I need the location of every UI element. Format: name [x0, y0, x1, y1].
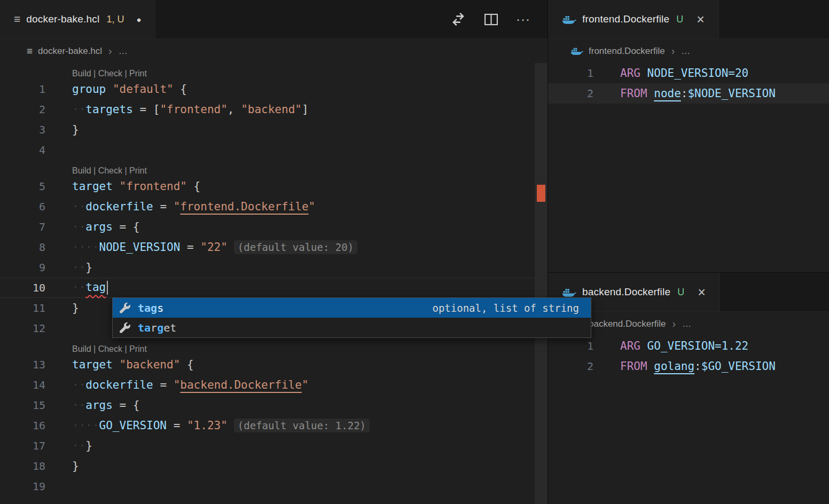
breadcrumb-file[interactable]: docker-bake.hcl — [38, 46, 102, 57]
code-line[interactable]: 18} — [0, 456, 535, 476]
code-line[interactable]: 14··dockerfile = "backend.Dockerfile" — [0, 375, 535, 395]
line-number[interactable]: 7 — [0, 220, 45, 233]
code-token: = { — [113, 220, 140, 233]
close-icon[interactable]: × — [697, 13, 705, 26]
code-line[interactable]: 5target "frontend" { — [0, 176, 535, 196]
line-number[interactable]: 2 — [548, 87, 593, 100]
code-content: ····NODE_VERSION = "22"(default value: 2… — [45, 241, 357, 254]
code-token: ARG — [620, 67, 640, 80]
code-line[interactable]: 2FROM golang:$GO_VERSION — [548, 356, 829, 376]
breadcrumb-frontend[interactable]: frontend.Dockerfile › … — [548, 39, 829, 63]
line-number[interactable]: 13 — [0, 358, 45, 371]
line-number[interactable]: 2 — [548, 360, 593, 373]
file-link[interactable]: backend.Dockerfile — [180, 379, 302, 391]
code-token: = — [153, 200, 174, 213]
wrench-icon — [119, 302, 131, 314]
line-number[interactable]: 18 — [0, 460, 45, 472]
tab-docker-bake-hcl[interactable]: ≡ docker-bake.hcl 1, U ● — [0, 0, 155, 38]
tab-title: frontend.Dockerfile — [582, 13, 669, 25]
code-token: args — [85, 220, 113, 233]
code-line[interactable]: 13target "backend" { — [0, 355, 535, 375]
line-number[interactable]: 16 — [0, 419, 45, 432]
line-number[interactable]: 3 — [0, 123, 45, 136]
code-line[interactable]: 10··tag — [0, 278, 535, 298]
code-content: ··} — [45, 439, 92, 452]
suggestion-label: target — [138, 321, 176, 334]
code-line[interactable]: 4 — [0, 140, 535, 160]
breadcrumb-file[interactable]: frontend.Dockerfile — [589, 46, 665, 57]
code-line[interactable]: 6··dockerfile = "frontend.Dockerfile" — [0, 196, 535, 217]
code-line[interactable]: 2··targets = ["frontend", "backend"] — [0, 99, 535, 120]
code-line[interactable]: 8····NODE_VERSION = "22"(default value: … — [0, 237, 535, 257]
breadcrumb-main[interactable]: ≡ docker-bake.hcl › … — [0, 39, 548, 63]
close-icon[interactable]: × — [698, 286, 706, 299]
dirty-indicator[interactable]: ● — [136, 15, 141, 24]
line-number[interactable]: 1 — [0, 83, 45, 96]
chevron-right-icon: › — [672, 318, 676, 330]
code-line[interactable]: 16····GO_VERSION = "1.23"(default value:… — [0, 415, 535, 436]
line-number[interactable]: 8 — [0, 241, 45, 254]
code-token: ·· — [72, 379, 85, 391]
codelens-actions[interactable]: Build | Check | Print — [0, 63, 535, 79]
line-number[interactable]: 2 — [0, 103, 45, 116]
code-content: group "default" { — [45, 83, 187, 96]
line-number[interactable]: 15 — [0, 399, 45, 412]
code-token: = [ — [133, 103, 160, 116]
code-line[interactable]: 1ARG GO_VERSION=1.22 — [548, 336, 829, 356]
line-number[interactable]: 4 — [0, 144, 45, 156]
line-number[interactable]: 9 — [0, 261, 45, 274]
code-token: dockerfile — [85, 379, 153, 391]
vertical-scrollbar[interactable] — [535, 63, 548, 504]
codelens-actions[interactable]: Build | Check | Print — [0, 160, 535, 176]
file-link[interactable]: node — [654, 87, 681, 100]
code-line[interactable]: 19 — [0, 476, 535, 497]
code-token: } — [85, 439, 92, 452]
code-line[interactable]: 1ARG NODE_VERSION=20 — [548, 63, 829, 83]
split-editor-icon[interactable] — [483, 12, 499, 27]
code-line[interactable]: 9··} — [0, 257, 535, 278]
code-content: ··targets = ["frontend", "backend"] — [45, 103, 309, 116]
editor-docker-bake[interactable]: Build | Check | Print1group "default" {2… — [0, 63, 535, 497]
breadcrumb-file[interactable]: backend.Dockerfile — [589, 319, 666, 329]
code-token: "backend" — [120, 358, 181, 371]
code-line[interactable]: 1group "default" { — [0, 79, 535, 99]
line-number[interactable]: 6 — [0, 200, 45, 213]
line-number[interactable]: 19 — [0, 480, 45, 493]
line-number[interactable]: 17 — [0, 439, 45, 452]
line-number[interactable]: 14 — [0, 379, 45, 391]
codelens-actions[interactable]: Build | Check | Print — [0, 338, 535, 355]
line-number[interactable]: 5 — [0, 180, 45, 193]
file-link[interactable]: golang — [654, 360, 694, 373]
breadcrumb-more[interactable]: … — [682, 319, 691, 329]
tab-frontend-dockerfile[interactable]: frontend.Dockerfile U × — [548, 0, 719, 38]
code-token: GO_VERSION=1.22 — [647, 340, 749, 352]
code-token: : — [694, 360, 701, 373]
editor-backend-dockerfile[interactable]: 1ARG GO_VERSION=1.222FROM golang:$GO_VER… — [548, 336, 829, 376]
error-overview-marker — [537, 185, 545, 202]
editor-group-frontend: frontend.Dockerfile U × frontend.Dockerf… — [548, 0, 829, 272]
line-number[interactable]: 11 — [0, 302, 45, 314]
open-changes-icon[interactable] — [450, 11, 466, 27]
code-token: ···· — [72, 241, 99, 254]
code-token: { — [187, 180, 200, 193]
editor-frontend-dockerfile[interactable]: 1ARG NODE_VERSION=202FROM node:$NODE_VER… — [548, 63, 829, 104]
line-number[interactable]: 10 — [0, 281, 45, 294]
code-line[interactable]: 3} — [0, 120, 535, 140]
code-token: ARG — [620, 340, 640, 352]
line-number[interactable]: 1 — [548, 340, 593, 352]
suggestion-item-tags[interactable]: tagsoptional, list of string — [113, 298, 591, 318]
more-actions-icon[interactable]: ··· — [516, 13, 530, 26]
code-token: , — [228, 103, 241, 116]
code-line[interactable]: 7··args = { — [0, 217, 535, 237]
file-link[interactable]: frontend.Dockerfile — [180, 200, 308, 213]
tab-title: docker-bake.hcl — [26, 13, 99, 25]
breadcrumb-more[interactable]: … — [119, 46, 128, 57]
breadcrumb-more[interactable]: … — [681, 46, 690, 57]
code-line[interactable]: 17··} — [0, 436, 535, 456]
code-line[interactable]: 15··args = { — [0, 395, 535, 415]
suggestion-item-target[interactable]: target — [113, 318, 591, 337]
code-line[interactable]: 2FROM node:$NODE_VERSION — [548, 83, 829, 104]
code-token: : — [681, 87, 688, 100]
line-number[interactable]: 1 — [548, 67, 593, 80]
line-number[interactable]: 12 — [0, 322, 45, 335]
